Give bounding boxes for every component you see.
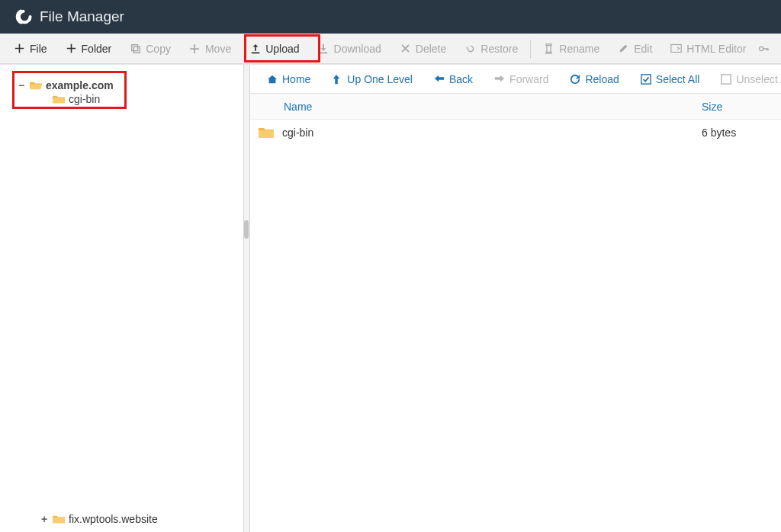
checkbox-checked-icon xyxy=(641,74,651,85)
button-label: File xyxy=(30,43,47,55)
nav-label: Home xyxy=(282,73,310,85)
unselect-all-button[interactable]: Unselect All xyxy=(712,68,781,91)
file-grid: Name Size cgi-bin 6 bytes xyxy=(250,94,781,532)
folder-tree: − example.com cgi-bin xyxy=(17,79,249,106)
button-label: Restore xyxy=(480,43,518,55)
collapse-icon[interactable]: − xyxy=(17,79,26,91)
copy-icon xyxy=(130,43,141,54)
download-icon xyxy=(318,43,329,54)
html-editor-button[interactable]: HTML Editor xyxy=(661,38,755,59)
tree-node-label[interactable]: cgi-bin xyxy=(69,93,100,105)
delete-button[interactable]: Delete xyxy=(390,38,455,59)
rename-icon xyxy=(543,43,554,54)
main-toolbar: File Folder Copy Move Upload Download xyxy=(0,34,781,64)
forward-arrow-icon xyxy=(494,74,505,85)
nav-label: Up One Level xyxy=(347,73,413,85)
pencil-icon xyxy=(618,43,629,54)
move-icon xyxy=(189,43,201,54)
delete-icon xyxy=(400,43,411,54)
home-icon xyxy=(267,74,278,85)
key-icon xyxy=(758,43,770,54)
navigation-bar: Home Up One Level Back Forward xyxy=(250,65,781,94)
move-button[interactable]: Move xyxy=(180,38,240,59)
download-button[interactable]: Download xyxy=(309,38,390,59)
scrollbar-thumb[interactable] xyxy=(244,220,249,239)
app-title: File Manager xyxy=(40,8,124,25)
app-header: File Manager xyxy=(0,0,781,34)
file-name: cgi-bin xyxy=(282,127,313,139)
main-area: − example.com cgi-bin xyxy=(0,64,781,532)
tree-node[interactable]: + fix.wptools.website xyxy=(40,512,158,526)
rename-button[interactable]: Rename xyxy=(534,38,609,59)
up-arrow-icon xyxy=(332,74,342,85)
copy-button[interactable]: Copy xyxy=(121,38,180,59)
button-label: Copy xyxy=(146,43,171,55)
svg-rect-1 xyxy=(132,44,138,50)
reload-icon xyxy=(570,74,580,85)
grid-header: Name Size xyxy=(250,94,781,120)
expand-icon[interactable]: + xyxy=(40,513,49,525)
select-all-button[interactable]: Select All xyxy=(632,68,709,91)
button-label: Upload xyxy=(265,43,299,55)
restore-button[interactable]: Restore xyxy=(455,38,527,59)
nav-label: Select All xyxy=(656,73,700,85)
up-one-level-button[interactable]: Up One Level xyxy=(323,68,422,91)
tree-node-label[interactable]: example.com xyxy=(46,79,114,91)
new-folder-button[interactable]: Folder xyxy=(56,38,121,59)
home-button[interactable]: Home xyxy=(258,68,320,91)
nav-label: Unselect All xyxy=(736,73,781,85)
column-header-size[interactable]: Size xyxy=(702,101,770,113)
content-panel: Home Up One Level Back Forward xyxy=(250,65,781,532)
upload-icon xyxy=(249,43,261,54)
nav-label: Forward xyxy=(509,73,548,85)
restore-icon xyxy=(464,43,476,54)
folder-icon xyxy=(52,514,66,524)
button-label: Download xyxy=(334,43,381,55)
tree-node-child[interactable]: cgi-bin xyxy=(40,92,249,106)
button-label: HTML Editor xyxy=(686,43,746,55)
column-header-name[interactable]: Name xyxy=(278,101,702,113)
nav-label: Back xyxy=(449,73,473,85)
edit-button[interactable]: Edit xyxy=(609,38,661,59)
svg-rect-2 xyxy=(133,46,140,53)
button-label: Folder xyxy=(82,43,112,55)
button-label: Move xyxy=(205,43,231,55)
tree-node-label[interactable]: fix.wptools.website xyxy=(69,513,158,525)
button-label: Edit xyxy=(634,43,652,55)
plus-icon xyxy=(14,43,25,54)
logo-wrap: File Manager xyxy=(12,7,124,27)
folder-open-icon xyxy=(29,80,43,91)
button-label: Rename xyxy=(559,43,599,55)
tree-bottom-nodes: + fix.wptools.website xyxy=(40,512,158,526)
toolbar-separator xyxy=(530,40,531,58)
tree-node-root[interactable]: − example.com xyxy=(17,79,249,92)
back-button[interactable]: Back xyxy=(425,68,482,91)
vertical-splitter[interactable] xyxy=(243,65,249,532)
svg-rect-5 xyxy=(641,74,651,83)
button-label: Delete xyxy=(416,43,446,55)
html-editor-icon xyxy=(670,43,682,54)
reload-button[interactable]: Reload xyxy=(561,68,628,91)
nav-label: Reload xyxy=(585,73,619,85)
more-button[interactable] xyxy=(755,38,773,59)
back-arrow-icon xyxy=(434,74,445,85)
folder-tree-panel: − example.com cgi-bin xyxy=(0,65,250,532)
checkbox-empty-icon xyxy=(721,74,731,85)
svg-rect-6 xyxy=(722,74,731,83)
forward-button[interactable]: Forward xyxy=(485,68,558,91)
plus-icon xyxy=(66,43,77,54)
folder-icon xyxy=(258,126,275,139)
file-row[interactable]: cgi-bin 6 bytes xyxy=(250,120,781,146)
upload-button[interactable]: Upload xyxy=(240,38,308,59)
svg-point-4 xyxy=(760,46,763,50)
cpanel-logo-icon xyxy=(12,7,32,27)
new-file-button[interactable]: File xyxy=(5,38,56,59)
folder-icon xyxy=(52,94,66,104)
file-size: 6 bytes xyxy=(702,127,770,139)
